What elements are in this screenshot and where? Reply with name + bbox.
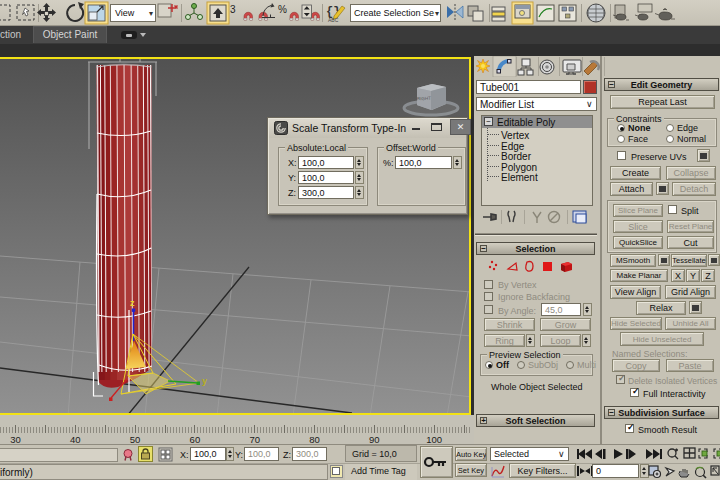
svg-text:ABC: ABC <box>328 17 339 23</box>
svg-text:40: 40 <box>70 434 81 444</box>
svg-text:%: % <box>278 4 287 15</box>
svg-text:80: 80 <box>309 434 320 444</box>
svg-text:3: 3 <box>230 4 236 15</box>
svg-text:100: 100 <box>426 434 442 444</box>
svg-text:y: y <box>202 376 207 386</box>
svg-text:90: 90 <box>369 434 380 444</box>
svg-text:30: 30 <box>10 434 21 444</box>
svg-text:60: 60 <box>190 434 201 444</box>
svg-text:50: 50 <box>130 434 141 444</box>
svg-text:70: 70 <box>249 434 260 444</box>
svg-text:z: z <box>130 298 135 308</box>
svg-text:RIGHT: RIGHT <box>417 96 431 102</box>
